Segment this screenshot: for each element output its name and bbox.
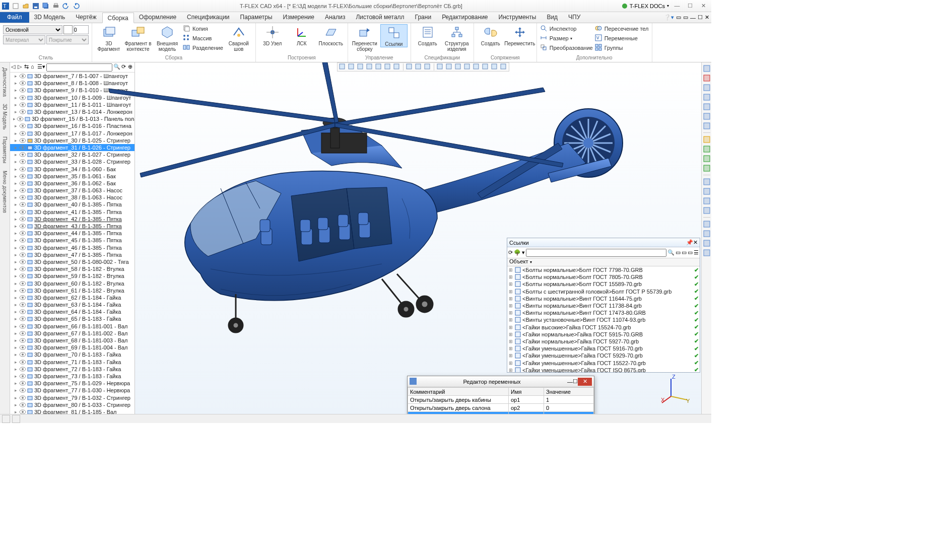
tab-Вид[interactable]: Вид bbox=[542, 12, 563, 23]
link-item[interactable]: ⊞ <Винты нормальные>Винт ГОСТ 11644-75.g… bbox=[507, 295, 700, 302]
tree-item[interactable]: ▸ 3D фрагмент_8 / B-1-008 - Шпангоут bbox=[10, 80, 135, 87]
view-box1-icon[interactable] bbox=[436, 63, 444, 71]
rt-zoom-fit-icon[interactable] bbox=[703, 84, 711, 92]
tree-item[interactable]: ▸ 3D фрагмент_62 / B-1-184 - Гайка bbox=[10, 294, 135, 301]
tab-Спецификации[interactable]: Спецификации bbox=[182, 12, 235, 23]
btn-plane[interactable]: Плоскость bbox=[317, 24, 345, 46]
tab-Инструменты[interactable]: Инструменты bbox=[494, 12, 542, 23]
tree-item[interactable]: ▸ 3D фрагмент_44 / B-1-385 - Пятка bbox=[10, 230, 135, 237]
tree-item[interactable]: ▸ 3D фрагмент_60 / B-1-182 - Втулка bbox=[10, 279, 135, 287]
tree-item[interactable]: ▸ 3D фрагмент_80 / B-1-033 - Стрингер bbox=[10, 401, 135, 408]
rt-check1-icon[interactable] bbox=[703, 145, 711, 153]
tree-item[interactable]: ▸ 3D фрагмент_65 / B-1-183 - Гайка bbox=[10, 315, 135, 322]
tab-Оформление[interactable]: Оформление bbox=[134, 12, 182, 23]
tree-item[interactable]: ▸ 3D фрагмент_69 / B-1-181-004 - Вал bbox=[10, 344, 135, 351]
links-tree-icon[interactable]: 🌳 bbox=[514, 249, 521, 256]
links-opt-icon[interactable]: ▾ bbox=[522, 249, 525, 256]
tree-item[interactable]: ▸ 3D фрагмент_46 / B-1-385 - Пятка bbox=[10, 244, 135, 251]
link-item[interactable]: ⊞ <Болты с шестигранной головкой>Болт ГО… bbox=[507, 288, 700, 295]
tree-item[interactable]: ▸ 3D фрагмент_59 / B-1-182 - Втулка bbox=[10, 272, 135, 279]
view-box3-icon[interactable] bbox=[454, 63, 462, 71]
tab-Листовой металл[interactable]: Листовой металл bbox=[351, 12, 410, 23]
tree-item[interactable]: ▸ 3D фрагмент_15 / B-1-013 - Панель пола bbox=[10, 115, 135, 122]
sidetab-docmenu[interactable]: Меню документов bbox=[1, 169, 9, 215]
view-mat-icon[interactable] bbox=[491, 63, 499, 71]
btn-size[interactable]: Размер▾ bbox=[540, 34, 593, 43]
link-item[interactable]: ⊞ <Гайки уменьшенные>Гайка ГОСТ 5929-70.… bbox=[507, 352, 700, 359]
view-cam-icon[interactable] bbox=[500, 63, 508, 71]
tree-item[interactable]: ▸ 3D фрагмент_17 / B-1-017 - Лонжерон bbox=[10, 130, 135, 137]
sidetab-3dmodel[interactable]: 3D Модель bbox=[1, 102, 9, 131]
btn-external-model[interactable]: Внешняя модель bbox=[154, 24, 181, 52]
tree-item[interactable]: ▸ 3D фрагмент_71 / B-1-183 - Гайка bbox=[10, 359, 135, 366]
tree-nav-fwd-icon[interactable]: ▷ bbox=[18, 63, 23, 72]
dlg-max-icon[interactable]: ☐ bbox=[573, 378, 578, 385]
tree-item[interactable]: ▸ 3D фрагмент_35 / B-1-061 - Бак bbox=[10, 173, 135, 180]
tree-item[interactable]: ▸ 3D фрагмент_36 / B-1-062 - Бак bbox=[10, 180, 135, 187]
qat-new-icon[interactable] bbox=[11, 2, 20, 11]
view-box4-icon[interactable] bbox=[463, 63, 472, 71]
rt-check3-icon[interactable] bbox=[703, 164, 711, 172]
file-tab[interactable]: Файл bbox=[0, 12, 29, 23]
links-pin-icon[interactable]: 📌 bbox=[686, 239, 693, 246]
btn-transform[interactable]: Преобразование bbox=[540, 43, 593, 52]
btn-copy[interactable]: Копия bbox=[183, 24, 223, 33]
var-table[interactable]: Комментарий Имя Значение Открыть/закрыть… bbox=[408, 387, 594, 414]
btn-vars[interactable]: vПеременные bbox=[595, 34, 649, 43]
tree-item[interactable]: ▸ 3D фрагмент_43 / B-1-385 - Пятка bbox=[10, 223, 135, 230]
tree-item[interactable]: ▸ 3D фрагмент_75 / B-1-029 - Нервюра bbox=[10, 380, 135, 387]
tree-item[interactable]: ▸ 3D фрагмент_61 / B-1-182 - Втулка bbox=[10, 287, 135, 294]
tree-item[interactable]: ▸ 3D фрагмент_63 / B-1-184 - Гайка bbox=[10, 301, 135, 308]
tree-refresh-icon[interactable]: ⟳ bbox=[121, 63, 127, 72]
tree-item[interactable]: ▸ 3D фрагмент_42 / B-1-385 - Пятка bbox=[10, 216, 135, 223]
view-layer-icon[interactable] bbox=[348, 63, 356, 71]
link-item[interactable]: ⊞ <Гайки уменьшенные>Гайка ГОСТ 5916-70.… bbox=[507, 345, 700, 352]
tab-Чертёж[interactable]: Чертёж bbox=[71, 12, 102, 23]
link-item[interactable]: ⊞ <Болты нормальные>Болт ГОСТ 7805-70.GR… bbox=[507, 273, 700, 281]
tree-item[interactable]: ▸ 3D фрагмент_72 / B-1-183 - Гайка bbox=[10, 366, 135, 373]
maximize-icon[interactable]: ☐ bbox=[684, 3, 696, 9]
links-b3-icon[interactable]: ▭ bbox=[688, 249, 693, 256]
view-grid-icon[interactable] bbox=[424, 63, 432, 71]
tree-sync-icon[interactable]: ⇆ bbox=[24, 63, 30, 72]
view-axis-icon[interactable] bbox=[406, 63, 414, 71]
var-row[interactable]: Открыть/закрыть дверь салонаop20 bbox=[408, 404, 594, 412]
status-btn1[interactable] bbox=[2, 415, 10, 423]
viewport-3d[interactable]: /*populated below*/ bbox=[135, 62, 711, 414]
tree-item[interactable]: ▸ 3D фрагмент_45 / B-1-385 - Пятка bbox=[10, 237, 135, 244]
style-main-select[interactable]: Основной bbox=[3, 25, 62, 34]
qat-save-icon[interactable] bbox=[31, 2, 40, 11]
tree-item[interactable]: ▸ 3D фрагмент_66 / B-1-181-001 - Вал bbox=[10, 323, 135, 330]
view-filter-icon[interactable] bbox=[339, 63, 347, 71]
tree-list-icon[interactable]: ☰▾ bbox=[37, 63, 45, 72]
link-item[interactable]: ⊞ <Болты нормальные>Болт ГОСТ 15589-70.g… bbox=[507, 281, 700, 288]
tree-item[interactable]: ▸ 3D фрагмент_7 / B-1-007 - Шпангоут bbox=[10, 73, 135, 80]
tree-item[interactable]: ▸ 3D фрагмент_11 / B-1-011 - Шпангоут bbox=[10, 101, 135, 108]
rt-check2-icon[interactable] bbox=[703, 155, 711, 163]
tree-search-icon[interactable]: 🔍 bbox=[113, 63, 120, 72]
rt-shade-icon[interactable] bbox=[703, 239, 711, 247]
link-item[interactable]: ⊞ <Гайки нормальные>Гайка ГОСТ 5927-70.g… bbox=[507, 338, 700, 345]
btn-array[interactable]: Массив bbox=[183, 34, 223, 43]
btn-3d-fragment[interactable]: 3D Фрагмент bbox=[95, 24, 122, 52]
rt-cut-icon[interactable] bbox=[703, 220, 711, 228]
tree-nav-back-icon[interactable]: ◁ bbox=[11, 63, 17, 72]
tree-item[interactable]: ▸ 3D фрагмент_31 / B-1-026 - Стрингер bbox=[10, 144, 135, 151]
model-tree[interactable]: ▸ 3D фрагмент_7 / B-1-007 - Шпангоут▸ 3D… bbox=[10, 73, 135, 414]
btn-links[interactable]: Ссылки bbox=[380, 24, 408, 47]
tree-item[interactable]: ▸ 3D фрагмент_32 / B-1-027 - Стрингер bbox=[10, 151, 135, 158]
btn-mate-move[interactable]: Переместить bbox=[506, 24, 533, 46]
view-pick-icon[interactable] bbox=[366, 63, 374, 71]
dlg-close-icon[interactable]: ✕ bbox=[578, 378, 592, 386]
links-close-icon[interactable]: ✕ bbox=[693, 239, 698, 246]
btn-fragment-context[interactable]: Фрагмент в контексте bbox=[124, 24, 152, 52]
sidetab-params[interactable]: Параметры bbox=[1, 134, 9, 165]
child-max-icon[interactable]: ☐ bbox=[698, 14, 703, 21]
link-item[interactable]: ⊞ <Гайки высокие>Гайка ГОСТ 15524-70.grb… bbox=[507, 324, 700, 331]
tree-item[interactable]: ▸ 3D фрагмент_40 / B-1-385 - Пятка bbox=[10, 201, 135, 208]
view-box5-icon[interactable] bbox=[473, 63, 481, 71]
tree-item[interactable]: ▸ 3D фрагмент_68 / B-1-181-003 - Вал bbox=[10, 337, 135, 344]
rt-rotate-icon[interactable] bbox=[703, 112, 711, 120]
color-swatch[interactable] bbox=[63, 25, 73, 34]
view-box2-icon[interactable] bbox=[445, 63, 453, 71]
